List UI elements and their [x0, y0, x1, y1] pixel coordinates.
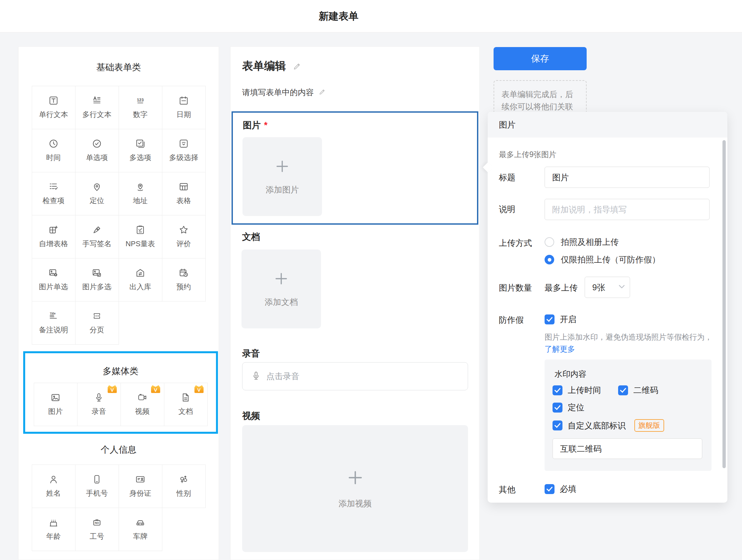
field-type-item[interactable]: 图片多选	[75, 258, 119, 302]
checkbox-checked-icon[interactable]	[552, 403, 563, 413]
badge-no-icon: NO	[92, 517, 102, 527]
checkbox-checked-icon[interactable]	[552, 386, 563, 395]
chevron-down-icon	[619, 284, 625, 290]
field-type-item[interactable]: 123 数字	[119, 86, 162, 129]
field-type-item[interactable]: 时间	[32, 129, 75, 172]
learn-more-link[interactable]: 了解更多	[544, 345, 575, 353]
scrollbar-thumb[interactable]	[723, 140, 726, 468]
field-type-label: 单选项	[86, 153, 108, 163]
microphone-icon	[251, 371, 261, 382]
field-type-item[interactable]: 多级选择	[162, 129, 206, 172]
watermark-option-upload-time[interactable]: 上传时间	[552, 385, 601, 396]
field-type-item[interactable]: 图片单选	[32, 258, 75, 302]
check-circle-icon	[92, 139, 102, 149]
edit-title-icon[interactable]	[293, 61, 302, 73]
checkbox-checked-icon[interactable]	[552, 420, 563, 430]
field-type-item[interactable]: 手机号	[75, 465, 119, 508]
watermark-footer-input[interactable]	[552, 439, 702, 459]
clipboard-check-icon	[135, 225, 146, 235]
field-type-item[interactable]: 日期	[162, 86, 206, 129]
field-type-item[interactable]: 单选项	[75, 129, 119, 172]
field-type-item[interactable]: 出入库	[119, 258, 162, 302]
title-input[interactable]	[544, 167, 709, 188]
add-video-button[interactable]: 添加视频	[242, 425, 468, 552]
field-type-item[interactable]: 年龄	[32, 508, 75, 551]
field-type-label: 数字	[133, 110, 148, 120]
record-audio-input[interactable]: 点击录音	[242, 362, 468, 390]
svg-text:123: 123	[137, 98, 144, 102]
field-type-item[interactable]: 定位	[75, 172, 119, 215]
checkbox-checked-icon[interactable]	[544, 484, 554, 494]
vip-crown-badge: V	[108, 385, 117, 393]
watermark-option-qrcode[interactable]: 二维码	[618, 385, 658, 396]
field-type-item[interactable]: 性别	[162, 465, 206, 508]
field-type-label: 年龄	[46, 531, 61, 542]
watermark-settings-box: 水印内容 上传时间 二维码 定位 自定义底部标识 旗舰版	[544, 360, 711, 471]
checkbox-checked-icon[interactable]	[544, 314, 554, 324]
field-type-item[interactable]: 视频 V	[121, 383, 164, 426]
field-type-item[interactable]: 录音 V	[77, 383, 121, 426]
field-type-item[interactable]: 多选项	[119, 129, 162, 172]
field-type-section: 个人信息 姓名 手机号 身份证 性别 年龄 NO 工号 车牌	[18, 444, 219, 551]
add-document-button[interactable]: 添加文档	[242, 250, 321, 328]
field-type-item[interactable]: 身份证	[119, 465, 162, 508]
edit-subtitle-icon[interactable]	[318, 88, 326, 98]
field-type-item[interactable]: 检查项	[32, 172, 75, 215]
field-type-label: 身份证	[129, 489, 151, 498]
image-check-icon	[92, 268, 102, 278]
field-type-label: 手写签名	[83, 239, 112, 249]
field-type-grid: 姓名 手机号 身份证 性别 年龄 NO 工号 车牌	[32, 465, 206, 551]
field-type-item[interactable]: 多行文本	[75, 86, 119, 129]
field-type-label: 备注说明	[39, 325, 68, 335]
required-toggle[interactable]: 必填	[544, 483, 576, 494]
radio-checked-icon[interactable]	[544, 255, 554, 264]
checkbox-checked-icon[interactable]	[618, 386, 628, 395]
field-type-label: 图片	[48, 407, 63, 416]
field-type-item[interactable]: 单行文本	[32, 86, 75, 129]
field-type-label: 出入库	[129, 282, 151, 292]
description-input[interactable]	[544, 199, 709, 220]
field-type-item[interactable]: 分页	[75, 302, 119, 345]
field-type-item[interactable]: 车牌	[119, 508, 162, 551]
watermark-option-location[interactable]: 定位	[552, 402, 584, 413]
field-type-item[interactable]: 表格	[162, 172, 206, 215]
field-type-item[interactable]: Title 备注说明	[32, 302, 75, 345]
field-type-label: 评价	[176, 239, 191, 249]
field-type-label: 手机号	[86, 489, 108, 498]
phone-icon	[92, 474, 102, 485]
field-type-label: 多选项	[129, 153, 151, 163]
upload-option-camera-album[interactable]: 拍照及相册上传	[544, 237, 619, 248]
field-type-item[interactable]: 手写签名	[75, 215, 119, 258]
antifake-toggle[interactable]: 开启	[544, 314, 576, 325]
field-type-grid: 图片 录音 V 视频 V 文档 V	[34, 383, 208, 426]
field-type-grid: 单行文本 多行文本 123 数字 日期 时间 单选项 多选项 多级选择	[32, 86, 206, 345]
upload-option-camera-only[interactable]: 仅限拍照上传（可防作假）	[544, 254, 660, 265]
plus-icon	[274, 158, 290, 175]
field-type-item[interactable]: 地址	[119, 172, 162, 215]
field-type-label: 文档	[178, 407, 193, 416]
title-note-icon: Title	[48, 311, 59, 321]
watermark-option-custom-footer[interactable]: 自定义底部标识 旗舰版	[552, 419, 664, 432]
field-type-item[interactable]: NPS量表	[119, 215, 162, 258]
field-type-item[interactable]: 预约	[162, 258, 206, 302]
antifake-label: 防作假	[499, 314, 524, 325]
watermark-title: 水印内容	[554, 369, 586, 379]
cake-icon	[48, 517, 59, 527]
antifake-description: 图片上添加水印，避免伪造现场照片等假检行为，了解更多	[544, 331, 714, 355]
field-type-item[interactable]: 自增表格	[32, 215, 75, 258]
field-type-item[interactable]: 文档 V	[164, 383, 208, 426]
save-button[interactable]: 保存	[493, 47, 587, 70]
image-count-select[interactable]: 9张	[585, 277, 630, 298]
field-type-label: 定位	[90, 196, 104, 206]
add-image-button[interactable]: 添加图片	[243, 137, 322, 216]
field-type-item[interactable]: 图片	[34, 383, 77, 426]
pin-icon	[92, 182, 102, 192]
table-plus-icon	[48, 225, 59, 235]
radio-unchecked-icon[interactable]	[544, 237, 554, 247]
field-type-item[interactable]: 姓名	[32, 465, 75, 508]
field-type-label: 分页	[90, 325, 104, 335]
field-type-item[interactable]: NO 工号	[75, 508, 119, 551]
field-block-image-selected[interactable]: 图片* 添加图片	[231, 111, 478, 225]
field-type-item[interactable]: 评价	[162, 215, 206, 258]
description-field-label: 说明	[499, 204, 516, 215]
